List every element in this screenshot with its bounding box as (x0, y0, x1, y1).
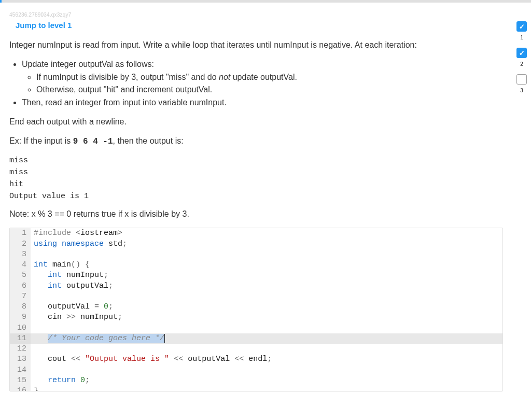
check-icon: ✓ (519, 50, 525, 57)
problem-intro: Integer numInput is read from input. Wri… (9, 39, 503, 52)
subbullet-hit: Otherwise, output "hit" and increment ou… (36, 83, 503, 96)
line-number: 6 (10, 281, 31, 291)
code-line[interactable]: 10 (10, 323, 502, 333)
code-line[interactable]: 9 cin >> numInput; (10, 312, 502, 323)
line-number: 16 (10, 386, 31, 391)
step-number-label: 3 (520, 88, 523, 93)
code-line[interactable]: 1#include <iostream> (10, 228, 502, 239)
code-line[interactable]: 8 outputVal = 0; (10, 302, 502, 312)
code-content[interactable]: outputVal = 0; (31, 302, 502, 312)
step-indicator-3[interactable] (516, 74, 527, 85)
line-number: 2 (10, 239, 31, 249)
code-content[interactable]: cin >> numInput; (31, 312, 502, 323)
line-number: 5 (10, 270, 31, 281)
code-line[interactable]: 2using namespace std; (10, 239, 502, 249)
code-content[interactable]: /* Your code goes here */ (31, 333, 502, 344)
code-content[interactable] (31, 344, 502, 354)
check-icon: ✓ (519, 23, 525, 30)
line-number: 15 (10, 375, 31, 386)
code-content[interactable]: cout << "Output value is " << outputVal … (31, 354, 502, 365)
example-output: miss miss hit Output value is 1 (9, 155, 503, 203)
code-content[interactable] (31, 249, 502, 260)
code-content[interactable] (31, 323, 502, 333)
line-number: 8 (10, 302, 31, 312)
step-number-label: 1 (520, 35, 523, 40)
code-content[interactable]: } (31, 386, 502, 391)
bullet-update-outputval: Update integer outputVal as follows: If … (22, 58, 503, 96)
code-content[interactable]: return 0; (31, 375, 502, 386)
code-content[interactable]: int outputVal; (31, 281, 502, 291)
code-line[interactable]: 14 (10, 365, 502, 375)
code-content[interactable] (31, 365, 502, 375)
line-number: 3 (10, 249, 31, 260)
line-number: 1 (10, 228, 31, 239)
note-line: Note: x % 3 == 0 returns true if x is di… (9, 208, 503, 221)
bullet-read-integer: Then, read an integer from input into va… (22, 96, 503, 109)
line-number: 9 (10, 312, 31, 323)
code-line[interactable]: 6 int outputVal; (10, 281, 502, 291)
line-number: 13 (10, 354, 31, 365)
jump-to-level-link[interactable]: Jump to level 1 (16, 21, 72, 30)
line-number: 4 (10, 260, 31, 270)
code-content[interactable]: int numInput; (31, 270, 502, 281)
line-number: 12 (10, 344, 31, 354)
code-editor[interactable]: 1#include <iostream>2using namespace std… (9, 228, 503, 391)
top-progress-fill (0, 0, 2, 3)
code-content[interactable]: #include <iostream> (31, 228, 502, 239)
example-line: Ex: If the input is 9 6 4 -1, then the o… (9, 135, 503, 148)
top-progress-bar (0, 0, 531, 3)
code-content[interactable] (31, 291, 502, 302)
main-content: 456236.2789034.qx3zqy7 Jump to level 1 I… (0, 3, 512, 391)
line-number: 14 (10, 365, 31, 375)
code-content[interactable]: using namespace std; (31, 239, 502, 249)
code-line[interactable]: 5 int numInput; (10, 270, 502, 281)
code-line[interactable]: 13 cout << "Output value is " << outputV… (10, 354, 502, 365)
line-number: 7 (10, 291, 31, 302)
problem-statement: Integer numInput is read from input. Wri… (9, 39, 503, 220)
code-line[interactable]: 3 (10, 249, 502, 260)
code-line[interactable]: 12 (10, 344, 502, 354)
step-indicator-1[interactable]: ✓ (516, 21, 527, 32)
code-content[interactable]: int main() { (31, 260, 502, 270)
step-indicator-2[interactable]: ✓ (516, 48, 527, 58)
code-line[interactable]: 4int main() { (10, 260, 502, 270)
step-sidebar: ✓1✓23 (512, 3, 531, 391)
code-line[interactable]: 15 return 0; (10, 375, 502, 386)
code-line[interactable]: 7 (10, 291, 502, 302)
line-number: 10 (10, 323, 31, 333)
subbullet-miss: If numInput is divisible by 3, output "m… (36, 71, 503, 84)
step-number-label: 2 (520, 61, 523, 67)
line-number: 11 (10, 333, 31, 344)
code-line[interactable]: 16} (10, 386, 502, 391)
watermark-text: 456236.2789034.qx3zqy7 (9, 12, 503, 18)
end-each-output: End each output with a newline. (9, 116, 503, 129)
code-line[interactable]: 11 /* Your code goes here */ (10, 333, 502, 344)
